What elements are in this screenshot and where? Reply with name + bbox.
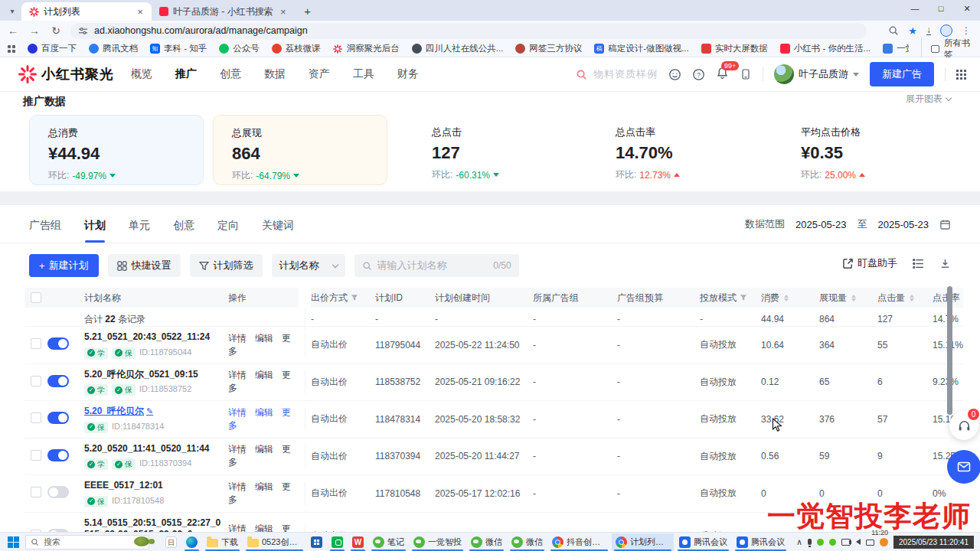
volume-icon[interactable] <box>856 539 861 545</box>
message-button[interactable] <box>947 450 980 484</box>
wechat-tray-icon[interactable] <box>829 539 836 546</box>
plan-toggle[interactable] <box>47 412 69 424</box>
taskbar-item-下载[interactable]: 下载 <box>203 533 242 551</box>
plan-name[interactable]: 5.20_呼伦贝尔 <box>84 406 144 416</box>
taskbar-item-微信[interactable]: 微信 <box>508 533 547 551</box>
col-plan-name[interactable]: 计划名称 <box>84 292 228 305</box>
nav-item-4[interactable]: 资产 <box>309 67 330 81</box>
sort-icon[interactable] <box>784 295 789 302</box>
bookmark-item-5[interactable]: 洞察聚光后台 <box>333 43 400 54</box>
windows-start-button[interactable] <box>8 536 19 548</box>
taskbar-item-微信[interactable]: 微信 <box>467 533 506 551</box>
device-icon[interactable] <box>740 68 752 80</box>
apps-grid-icon[interactable] <box>956 70 966 80</box>
site-info-icon[interactable] <box>78 26 88 36</box>
plan-name[interactable]: 5.20_0520_11:41_0520_11:44 <box>84 443 210 454</box>
app-logo[interactable]: 小红书聚光 <box>18 65 114 83</box>
edit-link[interactable]: 编辑 <box>255 370 273 380</box>
row-checkbox[interactable] <box>31 338 41 349</box>
wechat-tray-icon[interactable] <box>817 539 824 546</box>
notifications[interactable]: 99+ <box>716 67 729 83</box>
calendar-icon[interactable] <box>939 219 951 230</box>
new-tab-button[interactable]: + <box>299 2 316 19</box>
browser-profile-avatar[interactable] <box>940 24 952 37</box>
plan-toggle[interactable] <box>47 449 69 461</box>
detail-link[interactable]: 详情 <box>228 481 247 492</box>
tray-clock[interactable]: 2025/05/23 11:20:41 <box>893 536 974 549</box>
edit-link[interactable]: 编辑 <box>255 407 273 418</box>
taskbar-item-抖音创作者...[interactable]: 抖音创作者... <box>548 533 610 551</box>
bookmark-item-9[interactable]: 实时大屏数据 <box>701 43 768 54</box>
date-end[interactable]: 2025-05-23 <box>878 219 929 230</box>
taskbar-item-app-4[interactable] <box>307 533 326 551</box>
search-field-dropdown[interactable]: 计划名称 <box>272 254 345 277</box>
taskbar-item-0523创意...[interactable]: 0523创意... <box>243 533 305 551</box>
bookmark-item-3[interactable]: 公众号 <box>219 43 260 54</box>
nav-item-1[interactable]: 推广 <box>175 67 197 81</box>
nav-item-6[interactable]: 财务 <box>397 67 419 81</box>
col-impressions[interactable]: 展现量 <box>819 292 877 305</box>
plan-filter-button[interactable]: 计划筛选 <box>190 254 263 277</box>
select-all-checkbox[interactable] <box>31 292 41 303</box>
detail-link[interactable]: 详情 <box>228 444 247 455</box>
stat-card-0[interactable]: 总消费¥44.94环比:-49.97% <box>29 115 204 185</box>
detail-link[interactable]: 详情 <box>228 523 247 532</box>
entity-tab-0[interactable]: 广告组 <box>29 219 61 243</box>
all-bookmarks[interactable]: 所有书签 <box>921 37 972 60</box>
bookmark-star-icon[interactable]: ★ <box>908 25 917 37</box>
stat-card-4[interactable]: 平均点击价格¥0.35环比:25.00% <box>782 115 957 185</box>
entity-tab-3[interactable]: 创意 <box>173 219 194 243</box>
bookmark-item-4[interactable]: 荔枝微课 <box>272 43 321 54</box>
new-plan-button[interactable]: + 新建计划 <box>29 254 99 277</box>
download-icon[interactable] <box>939 258 951 269</box>
window-maximize-button[interactable]: □ <box>928 0 954 17</box>
window-close-button[interactable]: ✕ <box>954 0 980 17</box>
edit-link[interactable]: 编辑 <box>255 444 273 455</box>
detail-link[interactable]: 详情 <box>228 407 247 418</box>
col-clicks[interactable]: 点击量 <box>877 292 933 305</box>
taskbar-item-app-0[interactable]: 日 <box>162 533 181 551</box>
plan-toggle[interactable] <box>47 375 69 387</box>
plan-search-input[interactable]: 请输入计划名称 0/50 <box>354 254 519 277</box>
taskbar-item-app-1[interactable] <box>182 533 201 551</box>
watch-assistant-link[interactable]: 盯盘助手 <box>843 256 897 270</box>
tray-expand-chevron-icon[interactable]: ∧ <box>796 537 802 547</box>
col-bid-type[interactable]: 出价方式 <box>311 292 375 305</box>
stat-card-2[interactable]: 总点击127环比:-60.31% <box>413 115 588 185</box>
expand-chart-toggle[interactable]: 展开图表 <box>906 93 951 106</box>
bookmark-item-8[interactable]: 稿稿定设计-做图做视... <box>594 43 688 54</box>
row-checkbox[interactable] <box>31 412 41 423</box>
filter-icon[interactable] <box>740 294 747 302</box>
bookmark-item-10[interactable]: 小红书 - 你的生活... <box>780 43 871 54</box>
taskbar-item-笔记[interactable]: 笔记 <box>369 533 408 551</box>
edit-link[interactable]: 编辑 <box>255 333 273 344</box>
zoom-icon[interactable] <box>888 25 899 36</box>
browser-tab-inactive[interactable]: 叶子品质游 - 小红书搜索 × <box>152 2 295 21</box>
taskbar-search[interactable]: 搜索 <box>25 535 149 549</box>
edit-link[interactable]: 编辑 <box>255 523 273 532</box>
bookmark-item-7[interactable]: 网签三方协议 <box>515 43 582 54</box>
omnibox[interactable]: ad.xiaohongshu.com/aurora/ad/manage/camp… <box>70 23 867 39</box>
nav-item-2[interactable]: 创意 <box>220 67 241 81</box>
tab-search-chevron-icon[interactable]: ▾ <box>5 3 20 18</box>
browser-menu-icon[interactable]: ⋮ <box>962 25 971 36</box>
plan-toggle[interactable] <box>47 486 69 498</box>
edit-link[interactable]: 编辑 <box>255 481 273 492</box>
nav-item-5[interactable]: 工具 <box>353 67 374 81</box>
taskbar-item-一觉智投[interactable]: 一觉智投 <box>410 533 466 551</box>
bookmark-item-2[interactable]: 知李科 - 知乎 <box>150 43 207 54</box>
plan-name[interactable]: 5.20_呼伦贝尔_0521_09:15 <box>84 369 198 380</box>
taskbar-item-计划列表 -...[interactable]: 计划列表 -... <box>612 533 674 551</box>
header-search[interactable]: 物料资质样例 <box>576 67 658 81</box>
entity-tab-5[interactable]: 关键词 <box>262 219 294 243</box>
entity-tab-1[interactable]: 计划 <box>84 219 106 243</box>
plan-name[interactable]: EEEE_0517_12:01 <box>84 480 163 491</box>
edit-pencil-icon[interactable]: ✎ <box>146 406 153 416</box>
tab-close-icon[interactable]: × <box>135 6 145 18</box>
date-range-picker[interactable]: 数据范围 2025-05-23 至 2025-05-23 <box>745 217 951 231</box>
feedback-smiley-icon[interactable] <box>668 68 681 81</box>
bookmark-item-1[interactable]: 腾讯文档 <box>89 43 138 54</box>
alert-tray-icon[interactable] <box>880 538 888 546</box>
stat-card-1[interactable]: 总展现864环比:-64.79% <box>213 115 387 185</box>
back-icon[interactable]: ← <box>6 24 20 37</box>
